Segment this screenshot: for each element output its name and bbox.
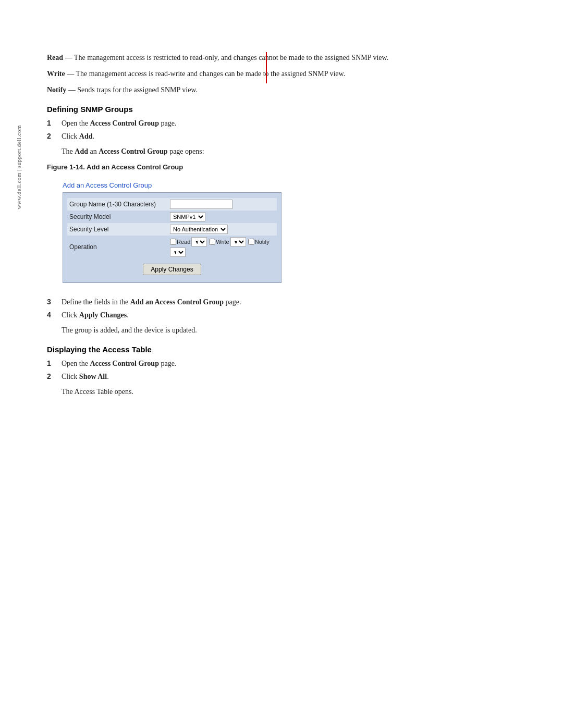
read-text: — The management access is restricted to… — [65, 54, 389, 61]
displaying-steps: 1 Open the Access Control Group page. 2 … — [47, 358, 532, 382]
security-level-label: Security Level — [67, 223, 168, 236]
read-checkbox-label: Read — [170, 239, 190, 245]
sub-para-1: The Add an Access Control Group page ope… — [62, 146, 532, 157]
main-content: Read — The management access is restrict… — [47, 52, 532, 442]
notify-text: — Sends traps for the assigned SNMP view… — [68, 86, 198, 94]
security-level-select[interactable]: No Authentication Authentication Privacy — [170, 225, 228, 234]
display-step-1: 1 Open the Access Control Group page. — [47, 358, 532, 369]
steps-after-figure: 3 Define the fields in the Add an Access… — [47, 297, 532, 320]
displaying-heading: Displaying the Access Table — [47, 345, 532, 354]
security-model-value: SNMPv1 SNMPv2 SNMPv3 — [168, 211, 277, 223]
defining-steps: 1 Open the Access Control Group page. 2 … — [47, 118, 532, 142]
access-table-opens: The Access Table opens. — [62, 386, 532, 397]
write-label: Write — [47, 70, 65, 78]
security-level-row: Security Level No Authentication Authent… — [67, 223, 277, 236]
security-model-row: Security Model SNMPv1 SNMPv2 SNMPv3 — [67, 211, 277, 223]
defining-heading: Defining SNMP Groups — [47, 105, 532, 114]
step-1: 1 Open the Access Control Group page. — [47, 118, 532, 129]
operation-row: Operation Read ▼ — [67, 236, 277, 258]
sidebar-text: www.dell.com | support.dell.com — [16, 125, 22, 209]
write-op-label: Write — [216, 239, 229, 245]
write-checkbox-label: Write — [209, 239, 229, 245]
write-text: — The management access is read-write an… — [67, 70, 345, 78]
group-name-input[interactable] — [170, 200, 232, 209]
write-paragraph: Write — The management access is read-wr… — [47, 68, 532, 79]
step-4: 4 Click Apply Changes. — [47, 310, 532, 320]
group-name-value — [168, 198, 277, 211]
figure-caption: Figure 1-14. Add an Access Control Group — [47, 163, 532, 171]
security-level-value: No Authentication Authentication Privacy — [168, 223, 277, 236]
apply-changes-button[interactable]: Apply Changes — [143, 264, 201, 275]
notify-op-label: Notify — [255, 239, 270, 245]
read-label: Read — [47, 54, 63, 61]
security-model-select[interactable]: SNMPv1 SNMPv2 SNMPv3 — [170, 212, 205, 221]
security-model-label: Security Model — [67, 211, 168, 223]
notify-checkbox[interactable] — [248, 239, 254, 245]
notify-select[interactable]: ▼ — [170, 248, 186, 257]
apply-btn-row: Apply Changes — [67, 264, 277, 275]
notify-checkbox-label: Notify — [248, 239, 270, 245]
operation-value: Read ▼ Write — [168, 236, 277, 258]
write-checkbox[interactable] — [209, 239, 215, 245]
operation-controls: Read ▼ Write — [170, 237, 275, 257]
acg-form-table: Group Name (1-30 Characters) Security Mo… — [67, 198, 277, 258]
notify-label: Notify — [47, 86, 66, 94]
page-container: www.dell.com | support.dell.com Read — T… — [0, 52, 563, 728]
notify-paragraph: Notify — Sends traps for the assigned SN… — [47, 84, 532, 95]
write-select[interactable]: ▼ — [230, 237, 246, 246]
sub-after-steps: The group is added, and the device is up… — [62, 325, 532, 336]
ui-panel: Group Name (1-30 Characters) Security Mo… — [63, 192, 282, 283]
read-select[interactable]: ▼ — [191, 237, 207, 246]
operation-label: Operation — [67, 236, 168, 258]
acg-link[interactable]: Add an Access Control Group — [63, 181, 532, 189]
top-accent-line — [266, 52, 267, 83]
read-checkbox[interactable] — [170, 239, 176, 245]
display-step-2: 2 Click Show All. — [47, 371, 532, 382]
step-2: 2 Click Add. — [47, 131, 532, 142]
figure-area: Add an Access Control Group Group Name (… — [47, 175, 532, 289]
read-paragraph: Read — The management access is restrict… — [47, 52, 532, 63]
step-3: 3 Define the fields in the Add an Access… — [47, 297, 532, 307]
group-name-row: Group Name (1-30 Characters) — [67, 198, 277, 211]
read-op-label: Read — [177, 239, 190, 245]
group-name-label: Group Name (1-30 Characters) — [67, 198, 168, 211]
